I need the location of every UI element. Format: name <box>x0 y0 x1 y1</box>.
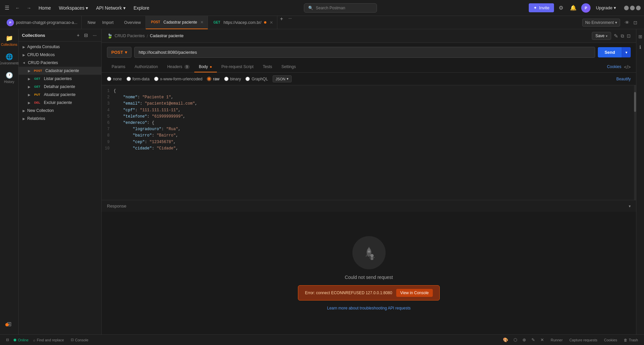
radio-binary[interactable]: binary <box>224 77 241 81</box>
more-options-icon[interactable]: ··· <box>91 32 98 39</box>
save-button[interactable]: Save ▾ <box>592 32 611 40</box>
cookies-link[interactable]: Cookies <box>607 64 621 70</box>
list-item[interactable]: ▶ Agenda Consultas <box>19 43 101 51</box>
api-network-menu[interactable]: API Network ▾ <box>93 4 128 12</box>
edit-icon[interactable]: ✎ <box>614 33 618 39</box>
avatar[interactable]: P <box>581 3 591 13</box>
tab-close-icon[interactable]: ✕ <box>270 20 273 25</box>
extension-icon-1[interactable]: 🎨 <box>501 337 510 343</box>
more-tabs-button[interactable]: ··· <box>286 16 294 29</box>
console-button[interactable]: ⊡ Console <box>69 337 90 343</box>
tab-prerequest[interactable]: Pre-request Script <box>217 62 258 72</box>
list-item[interactable]: ▶ PUT Atualizar paciente <box>19 91 101 99</box>
scrollbar-thumb[interactable] <box>634 92 636 112</box>
add-collection-icon[interactable]: + <box>75 32 81 39</box>
bottom-right-icons: 🎨 ⬡ ⊕ ✎ ✕ <box>501 337 546 343</box>
tab-overview[interactable]: Overview <box>120 16 146 29</box>
runner-button[interactable]: Runner <box>549 337 565 343</box>
extension-icon-2[interactable]: ⬡ <box>511 337 519 343</box>
method-selector[interactable]: POST ▾ <box>107 47 132 58</box>
breadcrumb-collection[interactable]: CRUD Pacientes <box>115 34 145 38</box>
tab-viacep[interactable]: GET https://viacep.com.br/ ✕ <box>208 16 277 29</box>
learn-more-link[interactable]: Learn more about troubleshooting API req… <box>327 306 411 310</box>
radio-urlencoded[interactable]: x-www-form-urlencoded <box>154 77 202 81</box>
extension-icon-4[interactable]: ✎ <box>529 337 537 343</box>
list-item[interactable]: ▶ GET Listar pacientes <box>19 75 101 83</box>
workspaces-menu[interactable]: Workspaces ▾ <box>56 4 91 12</box>
tab-tests[interactable]: Tests <box>258 62 277 72</box>
workspace-selector[interactable]: P postman-chatgpt-programacao-a... <box>3 16 82 29</box>
extension-icon-5[interactable]: ✕ <box>538 337 546 343</box>
copy-icon[interactable]: ⧉ <box>621 33 624 39</box>
minimize-button[interactable]: ─ <box>624 6 629 10</box>
find-replace-button[interactable]: ⌕ Find and replace <box>31 337 66 343</box>
list-item[interactable]: ▶ CRUD Médicos <box>19 51 101 59</box>
chevron-right-icon: ▶ <box>28 69 31 73</box>
code-icon[interactable]: </> <box>624 64 631 70</box>
list-item[interactable]: ▶ POST Cadastrar paciente <box>19 67 101 75</box>
upgrade-button[interactable]: Upgrade ▾ <box>593 4 619 12</box>
invite-button[interactable]: ✦ Invite <box>529 3 554 12</box>
response-collapse-icon[interactable]: ▾ <box>629 204 631 209</box>
list-item[interactable]: ▶ Relatórios <box>19 115 101 123</box>
notification-icon[interactable]: 🔔 <box>568 3 579 12</box>
explore-btn[interactable]: Explore <box>131 4 152 12</box>
tab-close-icon[interactable]: ✕ <box>200 20 204 25</box>
search-bar[interactable]: 🔍 Search Postman <box>304 3 377 13</box>
view-console-button[interactable]: View in Console <box>396 289 433 297</box>
home-btn[interactable]: Home <box>36 4 53 12</box>
tab-body[interactable]: Body ● <box>194 62 217 72</box>
list-item[interactable]: ▶ DEL Excluir paciente <box>19 99 101 107</box>
code-line: 7 "logradouro": "Rua", <box>102 126 636 132</box>
tab-cadastrar-paciente[interactable]: POST Cadastrar paciente ✕ <box>146 16 208 29</box>
capture-requests-button[interactable]: Capture requests <box>567 337 599 343</box>
menu-icon[interactable]: ☰ <box>3 3 11 12</box>
tab-settings[interactable]: Settings <box>277 62 300 72</box>
scrollbar-track[interactable] <box>634 85 636 200</box>
request-line: POST ▾ Send ▾ <box>107 47 631 58</box>
list-item[interactable]: ▼ CRUD Pacientes <box>19 59 101 67</box>
add-tab-button[interactable]: + <box>277 16 286 29</box>
sidebar-toggle-button[interactable]: ⊟ <box>4 337 11 343</box>
radio-form-data[interactable]: form-data <box>127 77 149 81</box>
tabbar: P postman-chatgpt-programacao-a... New I… <box>0 16 644 29</box>
online-status[interactable]: Online <box>14 338 29 342</box>
beautify-button[interactable]: Beautify <box>616 77 631 81</box>
panel-layout-icon[interactable]: ⊡ <box>632 18 639 27</box>
tab-params[interactable]: Params <box>107 62 130 72</box>
radio-graphql[interactable]: GraphQL <box>245 77 268 81</box>
panel-icon[interactable]: ⊡ <box>627 33 631 39</box>
json-type-dropdown[interactable]: JSON ▾ <box>273 75 292 82</box>
tab-authorization[interactable]: Authorization <box>130 62 162 72</box>
sidebar-item-history[interactable]: 🕐 History <box>1 69 17 86</box>
forward-arrow[interactable]: → <box>25 4 33 12</box>
eye-icon[interactable]: 👁 <box>623 18 631 27</box>
trash-button[interactable]: 🗑 Trash <box>622 337 640 343</box>
settings-icon[interactable]: ⚙ <box>557 3 565 12</box>
url-input[interactable] <box>134 47 595 58</box>
send-button[interactable]: Send <box>598 47 622 57</box>
right-panel-icon-1[interactable]: ⊞ <box>637 32 644 41</box>
sidebar-item-collections[interactable]: 📁 Collections <box>1 32 17 49</box>
right-panel-icon-2[interactable]: ℹ <box>638 43 642 52</box>
sidebar-item-workspaces[interactable]: ⊞ <box>1 318 17 330</box>
radio-none[interactable]: none <box>107 77 122 81</box>
import-button[interactable]: Import <box>100 19 116 26</box>
bottombar: ⊟ Online ⌕ Find and replace ⊡ Console 🎨 … <box>0 334 644 345</box>
send-dropdown-button[interactable]: ▾ <box>622 47 631 57</box>
tab-headers[interactable]: Headers 9 <box>162 62 194 72</box>
request-tabs: Params Authorization Headers 9 Body ● Pr… <box>102 62 636 73</box>
new-request-button[interactable]: New <box>85 19 98 26</box>
code-editor[interactable]: 1 { 2 "nome": "Paciente 1", 3 "email": "… <box>102 85 636 200</box>
cookies-bottom-button[interactable]: Cookies <box>602 337 619 343</box>
close-button[interactable]: ✕ <box>636 6 641 10</box>
list-item[interactable]: ▶ GET Detalhar paciente <box>19 83 101 91</box>
extension-icon-3[interactable]: ⊕ <box>520 337 528 343</box>
radio-raw[interactable]: raw <box>207 77 219 81</box>
environment-selector[interactable]: No Environment ▾ <box>582 19 620 27</box>
list-item[interactable]: ▶ New Collection <box>19 107 101 115</box>
back-arrow[interactable]: ← <box>13 4 22 12</box>
maximize-button[interactable]: □ <box>630 6 635 10</box>
sidebar-item-environments[interactable]: 🌐 Environments <box>1 50 17 68</box>
filter-icon[interactable]: ⊟ <box>83 32 89 39</box>
